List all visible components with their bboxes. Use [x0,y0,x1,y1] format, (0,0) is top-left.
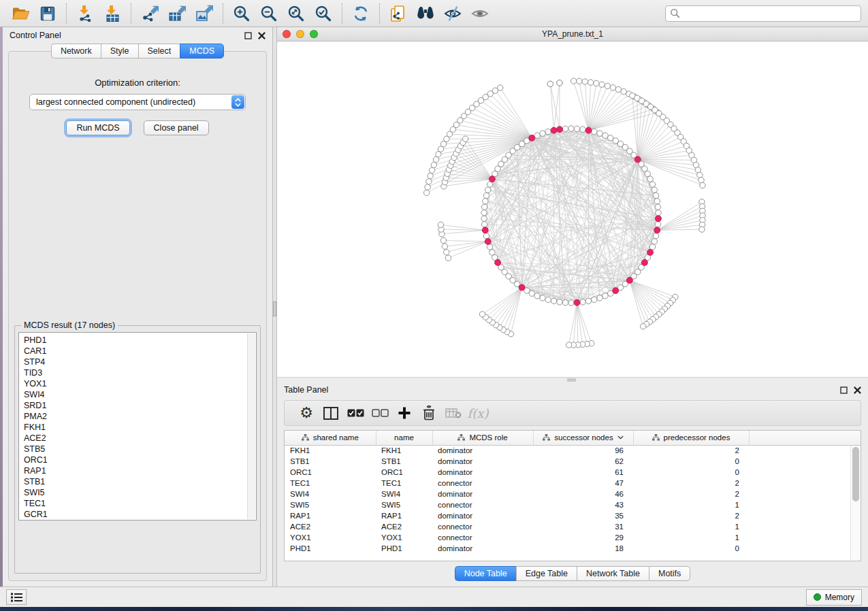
table-cell[interactable]: connector [432,532,533,543]
vertical-splitter-handle[interactable] [273,301,276,316]
function-builder-button[interactable]: f(x) [466,402,490,424]
satellite-node[interactable] [433,156,438,162]
run-mcds-button[interactable]: Run MCDS [66,120,129,135]
satellite-node[interactable] [557,80,562,86]
table-cell[interactable]: FKH1 [285,445,376,456]
table-cell[interactable]: YOX1 [376,532,432,543]
satellite-node[interactable] [431,162,436,167]
select-all-columns-button[interactable] [343,402,368,424]
mcds-result-item[interactable]: RAP1 [24,465,246,476]
table-cell[interactable]: SWI4 [285,489,376,499]
close-panel-button[interactable]: Close panel [144,120,209,135]
mcds-hub-node[interactable] [655,216,661,222]
table-cell[interactable]: 2 [633,445,749,456]
ring-node[interactable] [562,126,568,131]
table-cell[interactable]: 61 [533,467,633,478]
table-scrollbar-thumb[interactable] [852,447,859,501]
mcds-result-item[interactable]: SWI4 [24,389,246,400]
mcds-hub-node[interactable] [529,135,535,141]
mcds-result-item[interactable]: TID3 [24,367,246,378]
zoom-out-button[interactable] [257,3,280,24]
table-row[interactable]: SWI4SWI4dominator462 [285,489,861,499]
ring-node[interactable] [655,222,660,227]
table-cell[interactable]: 1 [633,532,749,543]
delete-table-button[interactable] [441,402,466,424]
ring-node[interactable] [574,126,579,131]
table-row[interactable]: FKH1FKH1dominator962 [285,445,861,456]
mcds-hub-node[interactable] [654,227,660,233]
save-session-button[interactable] [36,3,59,24]
mcds-result-item[interactable]: YOX1 [24,378,246,389]
table-scrollbar[interactable] [850,446,861,561]
network-search-field[interactable] [665,5,861,22]
table-row[interactable]: STB1STB1dominator620 [285,456,861,467]
ring-node[interactable] [562,300,568,306]
table-cell[interactable]: SWI4 [376,489,432,499]
satellite-node[interactable] [698,178,704,183]
export-image-button[interactable] [193,3,216,24]
mcds-hub-node[interactable] [519,284,525,291]
satellite-node[interactable] [498,85,503,90]
share-documents-button[interactable] [387,3,410,24]
table-row[interactable]: ORC1ORC1dominator610 [285,467,861,478]
satellite-node[interactable] [428,173,433,178]
table-cell[interactable]: dominator [432,510,533,521]
table-cell[interactable]: TEC1 [285,478,376,489]
satellite-node[interactable] [566,342,571,348]
satellite-node[interactable] [440,237,446,243]
show-graphics-details-button[interactable] [468,3,492,24]
tab-network[interactable]: Network [51,44,101,59]
ring-node[interactable] [568,300,574,306]
satellite-node[interactable] [426,179,432,184]
table-cell[interactable]: 0 [633,456,749,467]
result-list-scrollbar[interactable] [247,333,255,519]
table-cell[interactable]: ORC1 [376,467,432,478]
mcds-hub-node[interactable] [489,176,495,182]
satellite-node[interactable] [444,250,449,255]
ring-node[interactable] [481,222,487,227]
table-cell[interactable]: connector [432,478,533,489]
ring-node[interactable] [645,171,650,176]
satellite-node[interactable] [582,79,588,84]
satellite-node[interactable] [577,78,582,84]
ring-node[interactable] [608,135,613,141]
table-cell[interactable]: SWI5 [285,499,376,510]
satellite-node[interactable] [547,81,553,86]
ring-node[interactable] [597,295,602,301]
table-cell[interactable]: 46 [533,489,633,499]
ring-node[interactable] [652,239,657,244]
satellite-node[interactable] [615,86,621,92]
table-cell[interactable]: PHD1 [376,543,432,554]
ring-node[interactable] [597,131,602,136]
satellite-node[interactable] [462,136,468,142]
ring-node[interactable] [483,193,489,198]
hide-graphics-details-button[interactable] [441,3,464,24]
ring-node[interactable] [483,233,489,238]
satellite-node[interactable] [438,222,443,227]
ring-node[interactable] [580,127,585,132]
table-cell[interactable]: dominator [432,543,533,554]
table-cell[interactable]: 43 [533,499,633,510]
ring-node[interactable] [653,233,658,238]
column-settings-button[interactable]: ⚙ [294,402,319,424]
table-cell[interactable]: 62 [533,456,633,467]
network-canvas[interactable] [277,42,868,377]
ring-node[interactable] [592,129,597,134]
column-header-successor-nodes[interactable]: successor nodes [533,431,633,445]
ring-node[interactable] [647,176,653,182]
ring-node[interactable] [481,204,487,210]
table-cell[interactable]: dominator [432,489,533,499]
ring-node[interactable] [534,293,540,299]
table-cell[interactable]: ACE2 [285,521,376,532]
ring-node[interactable] [481,216,487,221]
unselect-all-columns-button[interactable] [368,402,392,424]
column-header-predecessor-nodes[interactable]: predecessor nodes [633,431,749,445]
table-cell[interactable]: TEC1 [376,478,432,489]
mcds-hub-node[interactable] [485,238,491,244]
table-cell[interactable]: 2 [633,489,749,499]
ring-node[interactable] [529,291,534,296]
export-table-button[interactable] [165,3,189,24]
mcds-result-item[interactable]: TEC1 [24,498,246,509]
ring-node[interactable] [485,187,491,193]
import-table-button[interactable] [101,3,124,24]
